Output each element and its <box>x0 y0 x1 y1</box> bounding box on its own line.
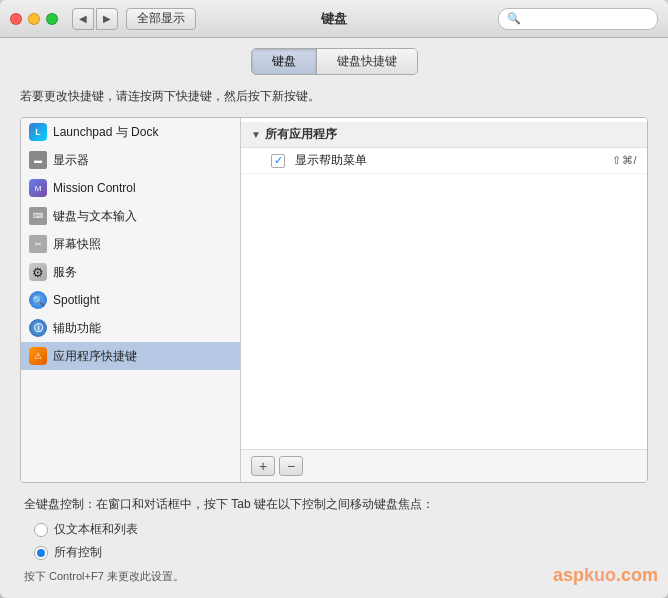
appshortcuts-icon: ⚠ <box>29 347 47 365</box>
monitor-icon: ▬ <box>29 151 47 169</box>
sidebar-label-display: 显示器 <box>53 152 89 169</box>
sidebar-label-spotlight: Spotlight <box>53 293 100 307</box>
sidebar-label-services: 服务 <box>53 264 77 281</box>
search-icon: 🔍 <box>507 12 521 25</box>
shortcut-item-show-help: ✓ 显示帮助菜单 ⇧⌘/ <box>241 148 647 174</box>
forward-button[interactable]: ▶ <box>96 8 118 30</box>
tab-shortcuts[interactable]: 键盘快捷键 <box>317 49 417 74</box>
titlebar: ◀ ▶ 全部显示 键盘 🔍 <box>0 0 668 38</box>
tabs: 键盘 键盘快捷键 <box>251 48 418 75</box>
radio-circle-all-controls <box>34 546 48 560</box>
sidebar-item-accessibility[interactable]: ⓘ 辅助功能 <box>21 314 240 342</box>
sidebar-label-mission: Mission Control <box>53 181 136 195</box>
shortcuts-list: ▼ 所有应用程序 ✓ 显示帮助菜单 ⇧⌘/ <box>241 118 647 449</box>
radio-label-all-controls: 所有控制 <box>54 544 102 561</box>
launchpad-icon: L <box>29 123 47 141</box>
close-button[interactable] <box>10 13 22 25</box>
description-text: 若要更改快捷键，请连按两下快捷键，然后按下新按键。 <box>20 87 648 105</box>
spotlight-icon: 🔍 <box>29 291 47 309</box>
accessibility-icon: ⓘ <box>29 319 47 337</box>
tabs-container: 键盘 键盘快捷键 <box>20 48 648 75</box>
tab-keyboard[interactable]: 键盘 <box>252 49 317 74</box>
sidebar: L Launchpad 与 Dock ▬ 显示器 M Mission Contr… <box>21 118 241 482</box>
bottom-hint: 按下 Control+F7 来更改此设置。 <box>24 569 644 584</box>
nav-buttons: ◀ ▶ <box>72 8 118 30</box>
bottom-section: 全键盘控制：在窗口和对话框中，按下 Tab 键在以下控制之间移动键盘焦点： 仅文… <box>20 483 648 588</box>
sidebar-item-launchpad[interactable]: L Launchpad 与 Dock <box>21 118 240 146</box>
minimize-button[interactable] <box>28 13 40 25</box>
screenshot-icon: ✂ <box>29 235 47 253</box>
sidebar-label-launchpad: Launchpad 与 Dock <box>53 124 158 141</box>
services-icon: ⚙ <box>29 263 47 281</box>
sidebar-item-services[interactable]: ⚙ 服务 <box>21 258 240 286</box>
sidebar-item-display[interactable]: ▬ 显示器 <box>21 146 240 174</box>
show-all-button[interactable]: 全部显示 <box>126 8 196 30</box>
add-shortcut-button[interactable]: + <box>251 456 275 476</box>
sidebar-label-appshortcuts: 应用程序快捷键 <box>53 348 137 365</box>
sidebar-item-screenshot[interactable]: ✂ 屏幕快照 <box>21 230 240 258</box>
traffic-lights <box>10 13 58 25</box>
radio-circle-text-and-list <box>34 523 48 537</box>
panel-bottom: + − <box>241 449 647 482</box>
search-box[interactable]: 🔍 <box>498 8 658 30</box>
main-panel: L Launchpad 与 Dock ▬ 显示器 M Mission Contr… <box>20 117 648 483</box>
radio-label-text-and-list: 仅文本框和列表 <box>54 521 138 538</box>
sidebar-label-screenshot: 屏幕快照 <box>53 236 101 253</box>
sidebar-label-accessibility: 辅助功能 <box>53 320 101 337</box>
bottom-label: 全键盘控制：在窗口和对话框中，按下 Tab 键在以下控制之间移动键盘焦点： <box>24 495 644 513</box>
sidebar-label-keyboard-text: 键盘与文本输入 <box>53 208 137 225</box>
radio-text-and-list[interactable]: 仅文本框和列表 <box>34 521 644 538</box>
radio-group: 仅文本框和列表 所有控制 <box>34 521 644 561</box>
back-button[interactable]: ◀ <box>72 8 94 30</box>
shortcut-label-show-help: 显示帮助菜单 <box>295 152 612 169</box>
sidebar-item-spotlight[interactable]: 🔍 Spotlight <box>21 286 240 314</box>
keyboard-icon: ⌨ <box>29 207 47 225</box>
maximize-button[interactable] <box>46 13 58 25</box>
group-arrow-icon: ▼ <box>251 129 261 140</box>
sidebar-item-appshortcuts[interactable]: ⚠ 应用程序快捷键 <box>21 342 240 370</box>
shortcut-keys-show-help: ⇧⌘/ <box>612 154 637 167</box>
search-input[interactable] <box>525 12 649 26</box>
group-header-all-apps[interactable]: ▼ 所有应用程序 <box>241 122 647 148</box>
sidebar-item-mission[interactable]: M Mission Control <box>21 174 240 202</box>
sidebar-item-keyboard-text[interactable]: ⌨ 键盘与文本输入 <box>21 202 240 230</box>
remove-shortcut-button[interactable]: − <box>279 456 303 476</box>
content-area: 键盘 键盘快捷键 若要更改快捷键，请连按两下快捷键，然后按下新按键。 L Lau… <box>0 38 668 598</box>
right-panel: ▼ 所有应用程序 ✓ 显示帮助菜单 ⇧⌘/ + − <box>241 118 647 482</box>
window-title: 键盘 <box>321 10 347 28</box>
shortcut-checkbox-show-help[interactable]: ✓ <box>271 154 285 168</box>
radio-all-controls[interactable]: 所有控制 <box>34 544 644 561</box>
group-label-all-apps: 所有应用程序 <box>265 126 337 143</box>
main-window: ◀ ▶ 全部显示 键盘 🔍 键盘 键盘快捷键 若要更改快捷键，请连按两下快捷键，… <box>0 0 668 598</box>
mission-icon: M <box>29 179 47 197</box>
